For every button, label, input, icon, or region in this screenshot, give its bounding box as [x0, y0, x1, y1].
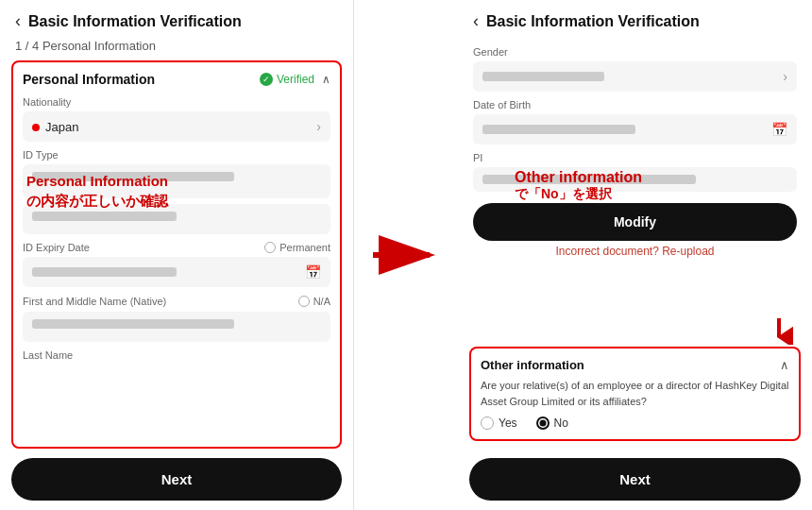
- personal-info-box: Personal Information ✓ Verified ∧ Nation…: [11, 60, 342, 449]
- yes-label: Yes: [499, 416, 517, 430]
- left-back-button[interactable]: ‹: [15, 11, 21, 31]
- reupload-link[interactable]: Incorrect document? Re-upload: [473, 245, 797, 258]
- other-info-question: Are your relative(s) of an employee or a…: [481, 378, 789, 409]
- left-next-button[interactable]: Next: [11, 458, 342, 501]
- nationality-chevron-icon: ›: [316, 119, 321, 134]
- nationality-field[interactable]: Japan ›: [23, 111, 330, 142]
- gender-chevron-icon: ›: [783, 69, 787, 84]
- first-name-row: First and Middle Name (Native) N/A: [23, 295, 330, 308]
- step-label: 1 / 4 Personal Information: [0, 39, 353, 60]
- other-info-box: Other information ∧ Are your relative(s)…: [469, 347, 801, 441]
- permanent-option[interactable]: Permanent: [264, 242, 330, 253]
- verified-area: ✓ Verified ∧: [260, 73, 330, 86]
- dob-calendar-icon: 📅: [771, 122, 787, 137]
- no-radio[interactable]: [536, 416, 550, 430]
- id-number-blur: [32, 212, 177, 221]
- down-arrow-container: [458, 316, 812, 345]
- other-info-header: Other information ∧: [481, 358, 789, 372]
- left-title: Basic Information Verification: [28, 13, 242, 30]
- right-arrow-icon: [368, 227, 444, 283]
- other-info-title: Other information: [481, 358, 584, 372]
- left-panel: ‹ Basic Information Verification 1 / 4 P…: [0, 0, 354, 510]
- permanent-radio[interactable]: [264, 242, 276, 253]
- gender-label: Gender: [473, 46, 797, 58]
- other-info-chevron-icon: ∧: [780, 358, 789, 372]
- right-title: Basic Information Verification: [486, 13, 700, 30]
- gender-field[interactable]: ›: [473, 61, 797, 92]
- section-header: Personal Information ✓ Verified ∧: [23, 72, 330, 87]
- nationality-value: Japan: [45, 120, 78, 134]
- radio-options: Yes No: [481, 416, 789, 430]
- verified-check-icon: ✓: [260, 73, 273, 86]
- id-type-blur: [32, 172, 234, 181]
- left-header: ‹ Basic Information Verification: [0, 0, 353, 39]
- chevron-up-icon: ∧: [322, 73, 330, 86]
- right-back-button[interactable]: ‹: [473, 11, 479, 31]
- arrow-container: [354, 0, 458, 510]
- nationality-label: Nationality: [23, 96, 330, 108]
- expiry-row: ID Expiry Date Permanent: [23, 242, 330, 253]
- verified-label: Verified: [277, 73, 314, 86]
- gender-blur: [482, 72, 604, 81]
- no-label: No: [554, 416, 568, 430]
- first-name-label: First and Middle Name (Native): [23, 295, 166, 308]
- permanent-label: Permanent: [279, 242, 330, 253]
- first-name-field[interactable]: [23, 312, 330, 342]
- pi-field[interactable]: [473, 167, 797, 192]
- na-option[interactable]: N/A: [298, 296, 330, 307]
- section-title: Personal Information: [23, 72, 155, 87]
- id-type-field[interactable]: [23, 164, 330, 198]
- right-panel: ‹ Basic Information Verification Gender …: [458, 0, 812, 510]
- yes-radio[interactable]: [481, 416, 494, 430]
- na-label: N/A: [313, 296, 330, 307]
- right-content: Gender › Date of Birth 📅 PI Other inform…: [458, 39, 812, 314]
- dob-label: Date of Birth: [473, 99, 797, 110]
- pi-label: PI: [473, 152, 797, 163]
- down-arrow-icon: [765, 316, 793, 345]
- expiry-date-blur: [32, 267, 177, 277]
- yes-option[interactable]: Yes: [481, 416, 517, 430]
- pi-blur: [482, 175, 696, 184]
- id-type-label: ID Type: [23, 149, 330, 161]
- no-option[interactable]: No: [536, 416, 568, 430]
- dob-field[interactable]: 📅: [473, 114, 797, 144]
- id-number-field[interactable]: [23, 204, 330, 234]
- right-header: ‹ Basic Information Verification: [458, 0, 812, 39]
- right-next-button[interactable]: Next: [469, 458, 801, 501]
- flag-dot: Japan: [32, 120, 78, 134]
- dob-blur: [482, 125, 635, 134]
- id-expiry-label: ID Expiry Date: [23, 242, 90, 253]
- modify-button[interactable]: Modify: [473, 203, 797, 241]
- calendar-icon: 📅: [305, 264, 321, 280]
- first-name-blur: [32, 319, 234, 329]
- last-name-label: Last Name: [23, 349, 330, 361]
- na-radio[interactable]: [298, 296, 310, 307]
- expiry-date-field[interactable]: 📅: [23, 257, 330, 287]
